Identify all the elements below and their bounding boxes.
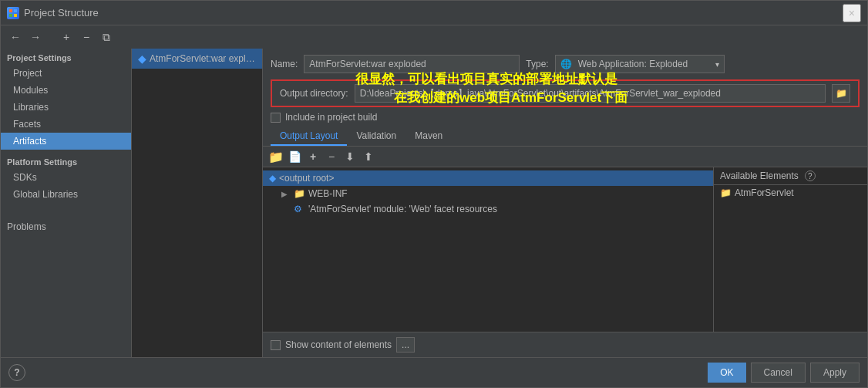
sidebar-item-global-libraries-label: Global Libraries	[13, 189, 78, 200]
sidebar-item-modules-label: Modules	[13, 85, 48, 96]
browse-button[interactable]: 📁	[832, 84, 850, 103]
tree-item-webinf[interactable]: ▶ 📁 WEB-INF	[263, 186, 713, 201]
sidebar-item-libraries[interactable]: Libraries	[1, 99, 131, 116]
sidebar-item-libraries-label: Libraries	[13, 102, 49, 113]
platform-settings-header: Platform Settings	[1, 150, 131, 169]
output-root-icon: ◆	[269, 173, 276, 184]
title-bar: Project Structure ×	[1, 1, 867, 25]
name-label: Name:	[271, 59, 298, 69]
tab-output-layout-label: Output Layout	[280, 130, 338, 141]
tab-maven-label: Maven	[415, 130, 442, 141]
show-content-row: Show content of elements ...	[263, 332, 867, 357]
help-circle-icon: ?	[805, 170, 816, 181]
help-button[interactable]: ?	[8, 364, 25, 381]
toolbar: ← → + − ⧉	[1, 25, 867, 49]
ok-button[interactable]: OK	[708, 363, 745, 383]
tree-minus-btn[interactable]: −	[323, 148, 340, 165]
project-structure-dialog: Project Structure × ← → + − ⧉ Project Se…	[0, 0, 868, 388]
svg-rect-1	[14, 9, 17, 12]
app-icon	[7, 7, 19, 19]
content-area: ◆ <output root> ▶ 📁 WEB-INF ⚙ 'AtmFor	[263, 167, 867, 332]
sidebar: Project Settings Project Modules Librari…	[1, 49, 132, 357]
apply-button[interactable]: Apply	[810, 363, 860, 383]
tree-panel: ◆ <output root> ▶ 📁 WEB-INF ⚙ 'AtmFor	[263, 167, 713, 332]
available-elements-label: Available Elements	[720, 170, 799, 181]
project-settings-header: Project Settings	[1, 49, 131, 65]
tree-module-icon: 📄	[288, 150, 301, 163]
tree-down-icon: ⬇	[345, 150, 355, 163]
tree-plus-icon: +	[310, 150, 316, 163]
name-input[interactable]	[304, 55, 520, 73]
ellipsis-button[interactable]: ...	[396, 337, 415, 353]
artifact-list-item[interactable]: ◆ AtmForServlet:war explod	[132, 49, 262, 69]
tab-output-layout[interactable]: Output Layout	[271, 127, 347, 146]
tabs-row: Output Layout Validation Maven	[263, 127, 867, 147]
show-content-checkbox[interactable]	[271, 340, 281, 350]
tree-add-btn[interactable]: 📁	[267, 148, 284, 165]
name-type-row: Name: Type: 🌐 Web Application: Exploded …	[263, 49, 867, 79]
dialog-body: ← → + − ⧉ Project Settings Project Modul…	[1, 25, 867, 387]
select-arrow-icon: ▾	[715, 60, 719, 69]
sidebar-item-project[interactable]: Project	[1, 65, 131, 82]
tree-up-btn[interactable]: ⬆	[360, 148, 377, 165]
type-select-icon: 🌐	[560, 59, 572, 69]
tree-item-module-resources[interactable]: ⚙ 'AtmForServlet' module: 'Web' facet re…	[263, 201, 713, 217]
window-title: Project Structure	[24, 7, 843, 19]
output-dir-row: Output directory: 📁	[271, 79, 860, 107]
available-elements-header: Available Elements ?	[714, 167, 867, 185]
add-button[interactable]: +	[58, 29, 75, 46]
back-button[interactable]: ←	[7, 29, 24, 46]
sidebar-item-project-label: Project	[13, 68, 42, 79]
copy-button[interactable]: ⧉	[98, 29, 115, 46]
webinf-arrow-icon: ▶	[281, 190, 291, 198]
sidebar-item-facets[interactable]: Facets	[1, 116, 131, 133]
svg-rect-0	[9, 9, 12, 12]
artifacts-list: ◆ AtmForServlet:war explod	[132, 49, 263, 357]
tab-validation-label: Validation	[356, 130, 396, 141]
type-select[interactable]: 🌐 Web Application: Exploded ▾	[555, 55, 725, 73]
main-content: Project Settings Project Modules Librari…	[1, 49, 867, 357]
close-button[interactable]: ×	[843, 4, 861, 22]
sidebar-item-facets-label: Facets	[13, 119, 41, 130]
module-resources-label: 'AtmForServlet' module: 'Web' facet reso…	[308, 204, 497, 214]
bottom-bar: ? OK Cancel Apply	[1, 357, 867, 387]
forward-button[interactable]: →	[27, 29, 44, 46]
artifact-list-label: AtmForServlet:war explod	[150, 53, 256, 64]
avail-item-label: AtmForServlet	[735, 187, 794, 198]
browse-icon: 📁	[836, 88, 847, 99]
right-panel: Name: Type: 🌐 Web Application: Exploded …	[263, 49, 867, 357]
folder-icon: 📁	[294, 188, 305, 199]
avail-item-atmforservlet[interactable]: 📁 AtmForServlet	[714, 185, 867, 201]
tab-validation[interactable]: Validation	[347, 127, 405, 146]
tree-module-btn[interactable]: 📄	[286, 148, 303, 165]
type-label: Type:	[526, 59, 548, 69]
remove-button[interactable]: −	[78, 29, 95, 46]
cancel-button[interactable]: Cancel	[751, 363, 806, 383]
tree-minus-icon: −	[328, 150, 335, 163]
module-icon: ⚙	[294, 204, 302, 214]
include-build-label: Include in project build	[285, 112, 377, 123]
sidebar-item-sdks[interactable]: SDKs	[1, 169, 131, 186]
include-build-checkbox[interactable]	[271, 113, 281, 123]
svg-rect-2	[9, 14, 12, 17]
webinf-label: WEB-INF	[308, 188, 348, 199]
sidebar-item-global-libraries[interactable]: Global Libraries	[1, 186, 131, 203]
output-dir-input[interactable]	[355, 84, 826, 103]
tree-down-btn[interactable]: ⬇	[341, 148, 358, 165]
tree-toolbar: 📁 📄 + − ⬇ ⬆	[263, 147, 867, 167]
output-root-label: <output root>	[279, 173, 334, 184]
available-elements-panel: Available Elements ? 📁 AtmForServlet	[713, 167, 867, 332]
sidebar-item-problems[interactable]: Problems	[1, 218, 131, 235]
sidebar-item-artifacts[interactable]: Artifacts	[1, 133, 131, 150]
sidebar-item-sdks-label: SDKs	[13, 172, 37, 183]
sidebar-item-modules[interactable]: Modules	[1, 82, 131, 99]
tree-item-output-root[interactable]: ◆ <output root>	[263, 170, 713, 186]
sidebar-item-problems-label: Problems	[7, 221, 46, 232]
tree-plus-btn[interactable]: +	[304, 148, 321, 165]
avail-folder-icon: 📁	[720, 187, 732, 198]
show-content-label: Show content of elements	[285, 339, 392, 350]
sidebar-item-artifacts-label: Artifacts	[13, 136, 46, 147]
artifact-list-icon: ◆	[138, 52, 146, 65]
tab-maven[interactable]: Maven	[405, 127, 452, 146]
svg-rect-3	[14, 14, 17, 17]
